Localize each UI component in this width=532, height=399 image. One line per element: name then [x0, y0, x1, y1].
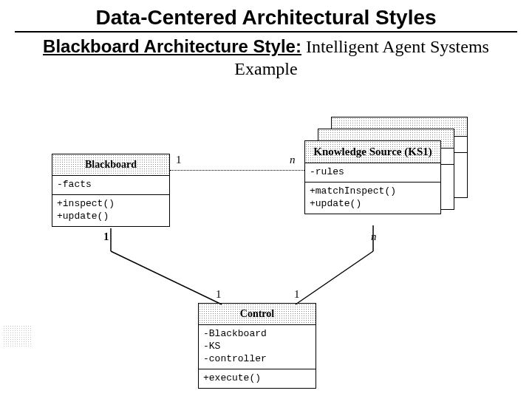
class-blackboard: Blackboard -facts +inspect() +update() — [52, 154, 170, 227]
slide-title: Data-Centered Architectural Styles — [15, 0, 517, 33]
class-control-name: Control — [199, 304, 316, 324]
class-ks-attrs: -rules — [305, 163, 440, 182]
mult-bb-ks-left: 1 — [176, 154, 182, 166]
class-ks-ops: +matchInspect() +update() — [305, 182, 440, 214]
slide-subtitle: Blackboard Architecture Style: Intellige… — [0, 33, 532, 87]
uml-diagram: Blackboard -facts +inspect() +update() K… — [0, 103, 532, 399]
svg-line-3 — [296, 251, 373, 304]
class-blackboard-ops: +inspect() +update() — [52, 194, 169, 226]
assoc-blackboard-ks — [170, 170, 304, 171]
subtitle-lead: Blackboard Architecture Style: — [43, 36, 301, 56]
mult-ks-ctrl-top: n — [371, 231, 377, 243]
class-knowledge-source: Knowledge Source (KS1) -rules +matchInsp… — [304, 140, 441, 214]
class-control-ops: +execute() — [199, 369, 316, 388]
mult-bb-ctrl-top: 1 — [103, 231, 109, 243]
class-control-attrs: -Blackboard -KS -controller — [199, 324, 316, 369]
class-control: Control -Blackboard -KS -controller +exe… — [198, 303, 316, 389]
artifact-noise — [3, 325, 33, 347]
svg-line-1 — [111, 251, 222, 304]
mult-ctrl-right: 1 — [294, 288, 300, 301]
class-blackboard-name: Blackboard — [52, 154, 169, 175]
mult-bb-ks-right: n — [290, 154, 296, 166]
class-blackboard-attrs: -facts — [52, 175, 169, 194]
class-ks-name: Knowledge Source (KS1) — [305, 141, 440, 163]
mult-ctrl-left: 1 — [216, 288, 222, 301]
